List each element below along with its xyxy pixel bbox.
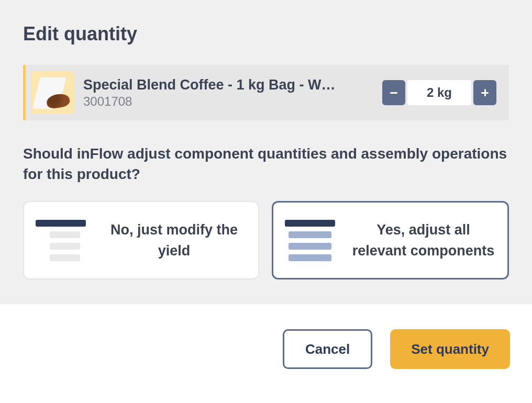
option-no-modify-yield[interactable]: No, just modify the yield bbox=[23, 201, 259, 279]
product-row: Special Blend Coffee - 1 kg Bag - Whole … bbox=[23, 65, 509, 120]
product-thumbnail bbox=[31, 71, 74, 114]
dialog-footer: Cancel Set quantity bbox=[0, 304, 532, 393]
option-yes-adjust-all[interactable]: Yes, adjust all relevant components bbox=[272, 201, 509, 279]
list-full-icon bbox=[285, 220, 335, 261]
set-quantity-button[interactable]: Set quantity bbox=[390, 329, 510, 369]
list-partial-icon bbox=[36, 220, 86, 261]
option-yes-label: Yes, adjust all relevant components bbox=[351, 219, 496, 262]
decrement-button[interactable] bbox=[382, 80, 405, 105]
dialog-title: Edit quantity bbox=[23, 23, 509, 45]
product-name: Special Blend Coffee - 1 kg Bag - Whole … bbox=[83, 77, 340, 93]
increment-button[interactable] bbox=[473, 80, 496, 105]
quantity-value[interactable]: 2 kg bbox=[407, 80, 471, 105]
product-sku: 3001708 bbox=[83, 94, 373, 109]
adjust-question: Should inFlow adjust component quantitie… bbox=[23, 143, 509, 184]
quantity-stepper: 2 kg bbox=[382, 80, 496, 105]
option-no-label: No, just modify the yield bbox=[102, 219, 247, 262]
cancel-button[interactable]: Cancel bbox=[283, 329, 372, 369]
